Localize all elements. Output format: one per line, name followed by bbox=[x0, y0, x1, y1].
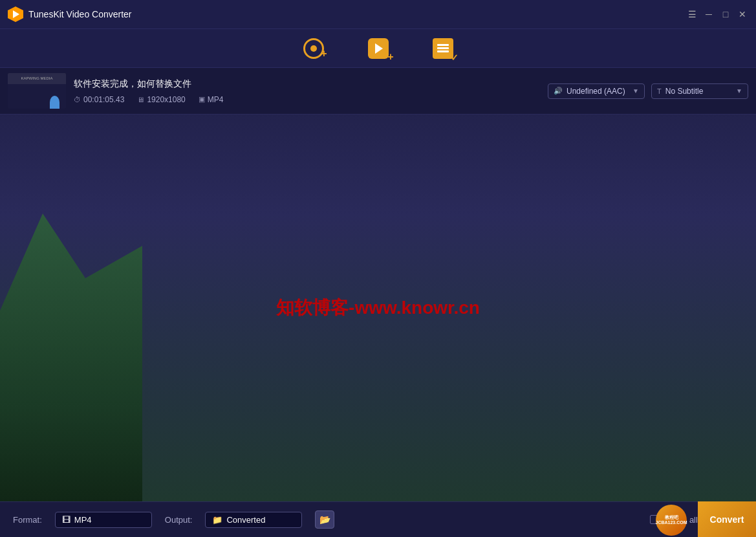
format-field[interactable]: 🎞 MP4 bbox=[55, 512, 152, 528]
browse-folder-button[interactable]: 📂 bbox=[315, 510, 334, 529]
badge-line1: 教程吧 bbox=[665, 515, 678, 520]
titlebar-left: TunesKit Video Converter bbox=[8, 6, 132, 22]
convert-toolbar-button[interactable] bbox=[430, 36, 456, 61]
thumbnail-top: KAPWING MEDIA bbox=[8, 73, 66, 84]
audio-dropdown-icon: 🔊 bbox=[554, 87, 563, 95]
media-info: 软件安装完成，如何替换文件 ⏱ 00:01:05.43 🖥 1920x1080 … bbox=[74, 78, 540, 104]
close-button[interactable]: ✕ bbox=[737, 8, 748, 20]
titlebar-controls: ☰ ─ □ ✕ bbox=[686, 8, 748, 20]
audio-dropdown-arrow: ▼ bbox=[632, 87, 639, 94]
thumbnail-label: KAPWING MEDIA bbox=[21, 76, 52, 80]
output-value: Converted bbox=[226, 515, 265, 525]
subtitle-dropdown-value: No Subtitle bbox=[665, 87, 704, 96]
convert-lines-icon bbox=[433, 38, 453, 59]
main-content-area: 知软博客-www.knowr.cn bbox=[0, 115, 756, 501]
app-logo-inner bbox=[13, 10, 19, 18]
meta-format: ▣ MP4 bbox=[199, 95, 224, 104]
media-meta: ⏱ 00:01:05.43 🖥 1920x1080 ▣ MP4 bbox=[74, 95, 540, 104]
add-video-icon bbox=[365, 36, 391, 61]
convert-line-1 bbox=[437, 44, 449, 46]
subtitle-dropdown-icon: T bbox=[657, 87, 662, 95]
output-field[interactable]: 📁 Converted bbox=[205, 512, 302, 528]
audio-dropdown-value: Undefined (AAC) bbox=[567, 87, 625, 96]
add-media-button[interactable] bbox=[301, 36, 327, 61]
add-media-icon bbox=[301, 36, 327, 61]
meta-duration-value: 00:01:05.43 bbox=[83, 95, 124, 104]
output-folder-icon: 📁 bbox=[212, 515, 222, 525]
badge-logo: 教程吧 JCBA123.COM bbox=[656, 505, 695, 534]
output-label: Output: bbox=[165, 515, 193, 525]
convert-line-3 bbox=[437, 50, 449, 52]
monitor-icon: 🖥 bbox=[137, 96, 144, 104]
thumbnail-person bbox=[50, 96, 59, 109]
toolbar bbox=[0, 29, 756, 68]
add-media-circle-icon bbox=[303, 38, 324, 59]
app-title: TunesKit Video Converter bbox=[28, 9, 132, 19]
meta-duration: ⏱ 00:01:05.43 bbox=[74, 95, 124, 104]
play-add-icon bbox=[368, 38, 389, 59]
convert-icon bbox=[430, 36, 456, 61]
format-film-icon: 🎞 bbox=[62, 515, 70, 525]
minimize-button[interactable]: ─ bbox=[703, 8, 715, 20]
audio-dropdown[interactable]: 🔊 Undefined (AAC) ▼ bbox=[548, 83, 645, 99]
thumbnail-bg: KAPWING MEDIA bbox=[8, 73, 66, 109]
add-video-button[interactable] bbox=[365, 36, 391, 61]
titlebar: TunesKit Video Converter ☰ ─ □ ✕ bbox=[0, 0, 756, 29]
watermark: 知软博客-www.knowr.cn bbox=[276, 296, 480, 320]
convert-button[interactable]: Convert bbox=[698, 501, 756, 537]
media-title: 软件安装完成，如何替换文件 bbox=[74, 78, 540, 90]
format-label: Format: bbox=[13, 515, 42, 525]
meta-resolution: 🖥 1920x1080 bbox=[137, 95, 185, 104]
meta-format-value: MP4 bbox=[208, 95, 224, 104]
media-list: KAPWING MEDIA 软件安装完成，如何替换文件 ⏱ 00:01:05.4… bbox=[0, 68, 756, 115]
thumbnail-board bbox=[8, 84, 66, 109]
media-item: KAPWING MEDIA 软件安装完成，如何替换文件 ⏱ 00:01:05.4… bbox=[0, 68, 756, 115]
browse-folder-icon: 📂 bbox=[319, 514, 330, 525]
media-thumbnail[interactable]: KAPWING MEDIA bbox=[8, 73, 66, 109]
film-icon: ▣ bbox=[199, 95, 205, 104]
format-value: MP4 bbox=[74, 515, 92, 525]
menu-button[interactable]: ☰ bbox=[686, 8, 698, 20]
bottombar: Format: 🎞 MP4 Output: 📁 Converted 📂 Merg… bbox=[0, 501, 756, 537]
subtitle-dropdown[interactable]: T No Subtitle ▼ bbox=[651, 83, 748, 99]
convert-line-2 bbox=[437, 47, 449, 49]
clock-icon: ⏱ bbox=[74, 96, 81, 104]
badge-circle: 教程吧 JCBA123.COM bbox=[656, 505, 687, 536]
badge-line2: JCBA123.COM bbox=[656, 520, 687, 525]
maximize-button[interactable]: □ bbox=[720, 8, 731, 20]
app-logo bbox=[8, 6, 23, 22]
subtitle-dropdown-arrow: ▼ bbox=[736, 87, 742, 94]
meta-resolution-value: 1920x1080 bbox=[147, 95, 185, 104]
media-controls: 🔊 Undefined (AAC) ▼ T No Subtitle ▼ bbox=[548, 83, 748, 99]
